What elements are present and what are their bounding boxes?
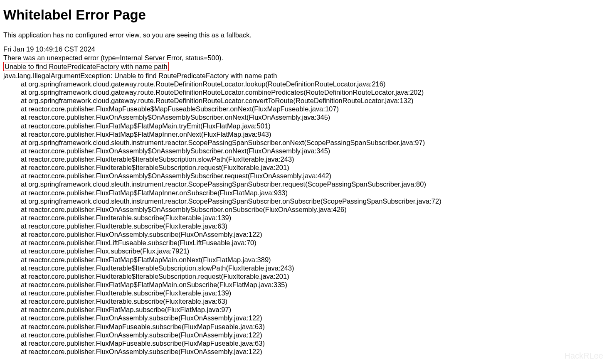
stack-frame: at reactor.core.publisher.FluxIterable.s… <box>3 222 606 230</box>
stack-frame: at reactor.core.publisher.FluxLiftFuseab… <box>3 239 606 247</box>
error-description: This application has no configured error… <box>3 31 606 39</box>
stack-frame: at reactor.core.publisher.FluxIterable.s… <box>3 297 606 305</box>
exception-first-line: java.lang.IllegalArgumentException: Unab… <box>3 71 606 80</box>
stack-frame: at org.springframework.cloud.sleuth.inst… <box>3 197 606 205</box>
error-timestamp: Fri Jan 19 10:49:16 CST 2024 <box>3 45 606 53</box>
stack-frame: at reactor.core.publisher.FluxMapFuseabl… <box>3 339 606 347</box>
stack-frame: at reactor.core.publisher.Flux.subscribe… <box>3 247 606 255</box>
stack-frame: at reactor.core.publisher.FluxMapFuseabl… <box>3 322 606 331</box>
stack-frame: at org.springframework.cloud.gateway.rou… <box>3 96 606 105</box>
stack-frame: at org.springframework.cloud.sleuth.inst… <box>3 180 606 188</box>
stack-frame: at reactor.core.publisher.FluxFlatMap$Fl… <box>3 280 606 289</box>
page-title: Whitelabel Error Page <box>3 7 606 23</box>
stack-trace: at org.springframework.cloud.gateway.rou… <box>3 80 606 356</box>
stack-frame: at reactor.core.publisher.FluxMapFuseabl… <box>3 105 606 113</box>
stack-frame: at org.springframework.cloud.sleuth.inst… <box>3 138 606 147</box>
stack-frame: at org.springframework.cloud.gateway.rou… <box>3 80 606 88</box>
stack-frame: at reactor.core.publisher.FluxIterable.s… <box>3 289 606 297</box>
stack-frame: at reactor.core.publisher.FluxFlatMap$Fl… <box>3 189 606 197</box>
error-type-line: There was an unexpected error (type=Inte… <box>3 54 606 62</box>
stack-frame: at org.springframework.cloud.gateway.rou… <box>3 88 606 96</box>
stack-frame: at reactor.core.publisher.FluxFlatMap$Fl… <box>3 130 606 138</box>
stack-frame: at reactor.core.publisher.FluxOnAssembly… <box>3 314 606 322</box>
stack-frame: at reactor.core.publisher.FluxIterable$I… <box>3 272 606 280</box>
stack-frame: at reactor.core.publisher.FluxOnAssembly… <box>3 347 606 356</box>
stack-frame: at reactor.core.publisher.FluxIterable$I… <box>3 155 606 163</box>
stack-frame: at reactor.core.publisher.FluxOnAssembly… <box>3 113 606 121</box>
stack-frame: at reactor.core.publisher.FluxOnAssembly… <box>3 230 606 239</box>
stack-frame: at reactor.core.publisher.FluxOnAssembly… <box>3 172 606 180</box>
stack-frame: at reactor.core.publisher.FluxOnAssembly… <box>3 205 606 214</box>
stack-frame: at reactor.core.publisher.FluxOnAssembly… <box>3 147 606 155</box>
stack-frame: at reactor.core.publisher.FluxFlatMap.su… <box>3 305 606 314</box>
stack-frame: at reactor.core.publisher.FluxFlatMap$Fl… <box>3 256 606 264</box>
stack-frame: at reactor.core.publisher.FluxFlatMap$Fl… <box>3 122 606 130</box>
stack-frame: at reactor.core.publisher.FluxIterable$I… <box>3 264 606 272</box>
stack-frame: at reactor.core.publisher.FluxIterable$I… <box>3 163 606 172</box>
stack-frame: at reactor.core.publisher.FluxIterable.s… <box>3 214 606 222</box>
stack-frame: at reactor.core.publisher.FluxOnAssembly… <box>3 331 606 339</box>
error-message-highlighted: Unable to find RoutePredicateFactory wit… <box>3 62 169 71</box>
